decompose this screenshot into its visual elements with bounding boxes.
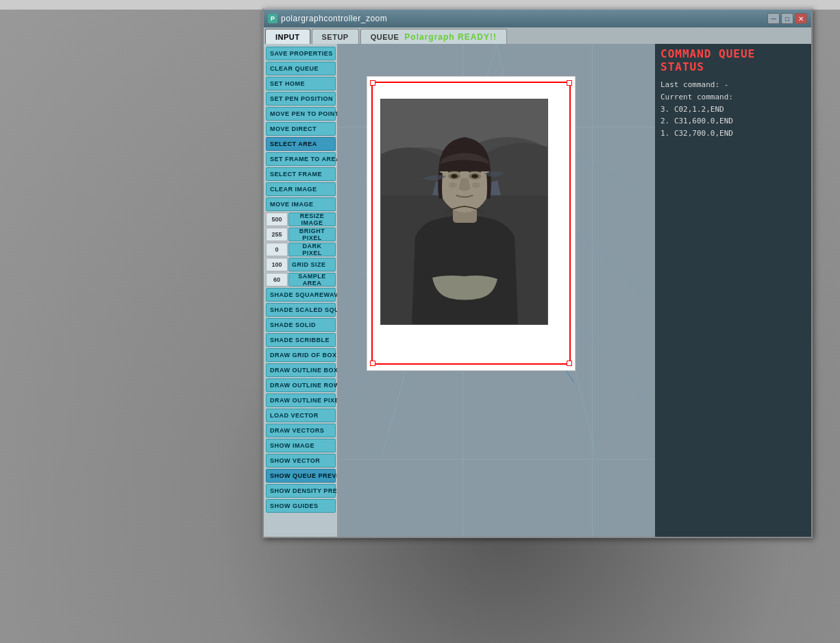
sample-area-button[interactable]: SAMPLE AREA: [288, 273, 336, 287]
set-home-button[interactable]: SET HOME: [266, 77, 336, 90]
grid-size-row: 100 GRID SIZE: [266, 258, 336, 271]
tab-queue[interactable]: QUEUE Polargraph READY!!: [360, 29, 507, 44]
dark-pixel-button[interactable]: DARK PIXEL: [288, 243, 336, 256]
minimize-button[interactable]: ─: [767, 13, 780, 24]
app-window: P polargraphcontroller_zoom ─ □ ✕ INPUT …: [262, 8, 813, 538]
shade-scribble-button[interactable]: SHADE SCRIBBLE: [266, 333, 336, 347]
svg-point-18: [449, 182, 457, 188]
svg-point-17: [471, 174, 478, 178]
shade-squarewave-button[interactable]: SHADE SQUAREWAVE: [266, 288, 336, 302]
shade-scaled-square-button[interactable]: SHADE SCALED SQUARE: [266, 303, 336, 317]
command-panel: COMMAND QUEUE STATUS Last command: - Cur…: [655, 44, 811, 537]
set-frame-to-area-button[interactable]: SET FRAME TO AREA: [266, 152, 336, 166]
dark-pixel-value[interactable]: 0: [266, 243, 288, 256]
clear-image-button[interactable]: CLEAR IMAGE: [266, 182, 336, 196]
tab-bar: INPUT SETUP QUEUE Polargraph READY!!: [264, 27, 811, 44]
main-content: SAVE PROPERTIES CLEAR QUEUE SET HOME SET…: [264, 44, 811, 537]
svg-point-19: [472, 182, 480, 188]
dark-pixel-row: 0 DARK PIXEL: [266, 243, 336, 256]
mona-lisa-image: [380, 99, 548, 325]
maximize-button[interactable]: □: [781, 13, 793, 24]
move-pen-to-point-button[interactable]: MOVE PEN TO POINT: [266, 107, 336, 121]
current-command-label: Current command:: [660, 91, 806, 104]
move-direct-button[interactable]: MOVE DIRECT: [266, 122, 336, 136]
canvas-area[interactable]: [338, 44, 655, 537]
bright-pixel-value[interactable]: 255: [266, 228, 288, 241]
show-queue-preview-button[interactable]: SHOW QUEUE PREVIEW: [266, 469, 336, 483]
svg-point-16: [451, 174, 458, 178]
resize-image-button[interactable]: RESIZE IMAGE: [288, 213, 336, 226]
draw-grid-of-box-button[interactable]: DRAW GRID OF BOX: [266, 348, 336, 362]
close-button[interactable]: ✕: [795, 13, 807, 24]
grid-size-button[interactable]: GRID SIZE: [288, 258, 336, 271]
bright-pixel-row: 255 BRIGHT PIXEL: [266, 228, 336, 241]
window-title: polargraphcontroller_zoom: [281, 14, 387, 23]
select-area-button[interactable]: SELECT AREA: [266, 137, 336, 151]
sample-area-value[interactable]: 60: [266, 273, 288, 287]
sidebar: SAVE PROPERTIES CLEAR QUEUE SET HOME SET…: [264, 44, 338, 537]
draw-vectors-button[interactable]: DRAW VECTORS: [266, 424, 336, 437]
command-1: 1. C32,700.0,END: [660, 128, 806, 140]
command-info: Last command: - Current command: 3. C02,…: [660, 79, 806, 139]
command-3: 3. C02,1.2,END: [660, 104, 806, 116]
title-bar-left: P polargraphcontroller_zoom: [268, 14, 387, 23]
tab-input[interactable]: INPUT: [265, 29, 310, 44]
show-density-preview-button[interactable]: SHOW DENSITY PREVIEW: [266, 484, 336, 498]
command-2: 2. C31,600.0,END: [660, 115, 806, 128]
clear-queue-button[interactable]: CLEAR QUEUE: [266, 62, 336, 75]
tab-status: Polargraph READY!!: [404, 32, 497, 42]
bright-pixel-button[interactable]: BRIGHT PIXEL: [288, 228, 336, 241]
save-properties-button[interactable]: SAVE PROPERTIES: [266, 47, 336, 60]
set-pen-position-button[interactable]: SET PEN POSITION: [266, 92, 336, 106]
grid-size-value[interactable]: 100: [266, 258, 288, 271]
shade-solid-button[interactable]: SHADE SOLID: [266, 318, 336, 332]
command-panel-title: COMMAND QUEUE STATUS: [660, 47, 806, 73]
move-image-button[interactable]: MOVE IMAGE: [266, 197, 336, 211]
resize-image-value[interactable]: 500: [266, 213, 288, 226]
show-vector-button[interactable]: SHOW VECTOR: [266, 454, 336, 468]
sample-area-row: 60 SAMPLE AREA: [266, 273, 336, 287]
select-frame-button[interactable]: SELECT FRAME: [266, 167, 336, 181]
mona-lisa-svg: [381, 99, 548, 325]
draw-outline-rows-button[interactable]: DRAW OUTLINE ROWS: [266, 378, 336, 392]
show-guides-button[interactable]: SHOW GUIDES: [266, 499, 336, 513]
title-bar: P polargraphcontroller_zoom ─ □ ✕: [264, 10, 811, 27]
last-command: Last command: -: [660, 79, 806, 91]
show-image-button[interactable]: SHOW IMAGE: [266, 439, 336, 452]
app-icon: P: [268, 14, 277, 23]
title-controls: ─ □ ✕: [767, 13, 807, 24]
resize-image-row: 500 RESIZE IMAGE: [266, 213, 336, 226]
load-vector-button[interactable]: LOAD VECTOR: [266, 409, 336, 422]
tab-setup[interactable]: SETUP: [312, 29, 359, 44]
draw-outline-pixels-button[interactable]: DRAW OUTLINE PIXELS: [266, 393, 336, 407]
draw-outline-box-button[interactable]: DRAW OUTLINE BOX: [266, 363, 336, 377]
